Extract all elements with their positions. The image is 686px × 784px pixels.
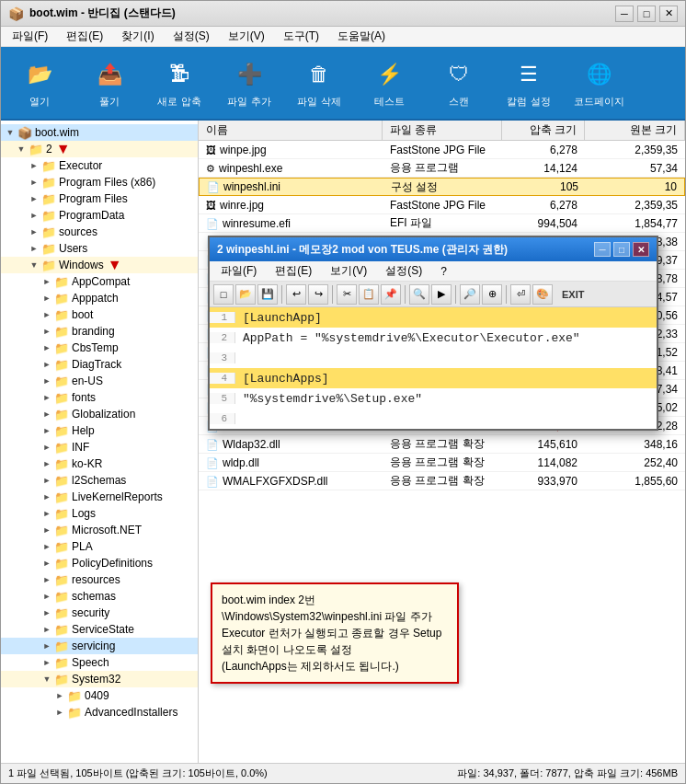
- ov-open-button[interactable]: 📂: [235, 284, 256, 305]
- sidebar-item-servicing[interactable]: ► 📁 servicing: [1, 638, 198, 654]
- sidebar-item-executor[interactable]: ► 📁 Executor: [1, 157, 198, 174]
- ov-undo-button[interactable]: ↩: [286, 284, 306, 305]
- sidebar-item-users[interactable]: ► 📁 Users: [1, 240, 198, 257]
- sidebar-label-bootwim: boot.wim: [35, 126, 79, 139]
- sidebar-item-microsoftnet[interactable]: ► 📁 Microsoft.NET: [1, 522, 198, 538]
- ov-redo-button[interactable]: ↪: [308, 284, 328, 305]
- sidebar-item-system32[interactable]: ▼ 📁 System32: [1, 671, 198, 687]
- minimize-button[interactable]: ─: [615, 6, 634, 22]
- ov-copy-button[interactable]: 📋: [359, 284, 379, 305]
- file-row-wmalfxdll[interactable]: 📄WMALFXGFXDSP.dll 응용 프로그램 확장 933,970 1,8…: [199, 472, 685, 490]
- sidebar-item-apppatch[interactable]: ► 📁 Apppatch: [1, 290, 198, 306]
- sidebar-item-cbstemp[interactable]: ► 📁 CbsTemp: [1, 340, 198, 356]
- tree-toggle[interactable]: ►: [27, 158, 41, 173]
- sidebar-item-appcompat[interactable]: ► 📁 AppCompat: [1, 273, 198, 290]
- overlay-maximize-button[interactable]: □: [613, 242, 630, 257]
- sidebar-item-2[interactable]: ▼ 📁 2 ▼: [1, 141, 198, 157]
- menu-edit[interactable]: 편집(E): [59, 27, 110, 46]
- sidebar-item-programdata[interactable]: ► 📁 ProgramData: [1, 207, 198, 224]
- maximize-button[interactable]: □: [637, 6, 656, 22]
- delete-file-button[interactable]: 🗑 파일 삭제: [288, 52, 350, 114]
- file-row-winpeshlexe[interactable]: ⚙winpeshl.exe 응용 프로그램 14,124 57,34: [199, 159, 685, 178]
- sidebar-item-logs[interactable]: ► 📁 Logs: [1, 505, 198, 522]
- sidebar-item-advancedinstallers[interactable]: ► 📁 AdvancedInstallers: [1, 704, 198, 721]
- test-button[interactable]: ⚡ 테스트: [358, 52, 420, 114]
- new-archive-button[interactable]: 🗜 새로 압축: [148, 52, 211, 114]
- sidebar-item-servicestate[interactable]: ► 📁 ServiceState: [1, 621, 198, 638]
- sidebar-item-speech[interactable]: ► 📁 Speech: [1, 654, 198, 671]
- col-header-name[interactable]: 이름: [199, 121, 383, 140]
- open-label: 열기: [29, 95, 50, 109]
- column-settings-button[interactable]: ☰ 칼럼 설정: [497, 52, 560, 114]
- overlay-menu-edit[interactable]: 편집(E): [268, 261, 319, 281]
- overlay-minimize-button[interactable]: ─: [594, 242, 611, 257]
- add-file-button[interactable]: ➕ 파일 추가: [218, 52, 280, 114]
- file-row-wldap32dll[interactable]: 📄Wldap32.dll 응용 프로그램 확장 145,610 348,16: [199, 435, 685, 454]
- sidebar-item-pla[interactable]: ► 📁 PLA: [1, 538, 198, 555]
- add-file-icon: ➕: [233, 58, 266, 91]
- ov-wrap-button[interactable]: ⏎: [510, 284, 531, 305]
- menu-tools[interactable]: 도구(T): [276, 27, 326, 46]
- sidebar-item-enus[interactable]: ► 📁 en-US: [1, 373, 198, 389]
- sidebar-item-0409[interactable]: ► 📁 0409: [1, 687, 198, 704]
- ov-paste-button[interactable]: 📌: [381, 284, 401, 305]
- sidebar-item-sources[interactable]: ► 📁 sources: [1, 224, 198, 240]
- sidebar-item-l2schemas[interactable]: ► 📁 l2Schemas: [1, 472, 198, 489]
- ov-findnext-button[interactable]: ▶: [431, 284, 452, 305]
- extract-button[interactable]: 📤 풀기: [78, 52, 141, 114]
- menu-file[interactable]: 파일(F): [5, 27, 55, 46]
- overlay-close-button[interactable]: ✕: [633, 242, 649, 257]
- sidebar-item-windows[interactable]: ▼ 📁 Windows ▼: [1, 257, 198, 273]
- close-button[interactable]: ✕: [659, 6, 678, 22]
- file-row-winresumeefi[interactable]: 📄winresume.efi EFI 파일 994,504 1,854,77: [199, 214, 685, 233]
- sidebar-item-programfiles[interactable]: ► 📁 Program Files: [1, 190, 198, 207]
- menu-help[interactable]: 도움말(A): [330, 27, 393, 46]
- overlay-content[interactable]: 1 [LaunchApp] 2 AppPath = "%systemdrive%…: [210, 307, 657, 429]
- open-button[interactable]: 📂 열기: [8, 52, 71, 114]
- sidebar-item-globalization[interactable]: ► 📁 Globalization: [1, 406, 198, 422]
- ov-scheme-button[interactable]: 🎨: [532, 284, 553, 305]
- test-icon: ⚡: [372, 58, 406, 91]
- sidebar-item-policydefinitions[interactable]: ► 📁 PolicyDefinitions: [1, 555, 198, 571]
- ov-cut-button[interactable]: ✂: [337, 284, 357, 305]
- codepage-button[interactable]: 🌐 코드페이지: [567, 52, 630, 114]
- file-row-wldpdll[interactable]: 📄wldp.dll 응용 프로그램 확장 114,082 252,40: [199, 454, 685, 472]
- sidebar-item-fonts[interactable]: ► 📁 fonts: [1, 389, 198, 406]
- column-settings-label: 칼럼 설정: [507, 95, 550, 109]
- sidebar-item-bootwim[interactable]: ▼ 📦 boot.wim: [1, 124, 198, 141]
- sidebar-item-programfilesx86[interactable]: ► 📁 Program Files (x86): [1, 174, 198, 190]
- col-header-type[interactable]: 파일 종류: [383, 121, 502, 140]
- sidebar-item-diagtrack[interactable]: ► 📁 DiagTrack: [1, 356, 198, 373]
- sidebar-item-schemas[interactable]: ► 📁 schemas: [1, 588, 198, 605]
- ov-zoom-button[interactable]: 🔎: [460, 284, 480, 305]
- file-row-winjpg[interactable]: 🖼winpe.jpg FastStone JPG File 6,278 2,35…: [199, 141, 685, 159]
- title-bar: 📦 boot.wim - 반디집 (스탠다드) ─ □ ✕: [1, 1, 685, 27]
- sidebar-item-boot[interactable]: ► 📁 boot: [1, 306, 198, 323]
- sidebar-item-livekernelreports[interactable]: ► 📁 LiveKernelReports: [1, 489, 198, 505]
- file-row-winrejpg[interactable]: 🖼winre.jpg FastStone JPG File 6,278 2,35…: [199, 196, 685, 214]
- overlay-menu-view[interactable]: 보기(V): [323, 261, 374, 281]
- file-row-winpeshlini[interactable]: 📄winpeshl.ini 구성 설정 105 10: [199, 178, 685, 196]
- sidebar-item-help[interactable]: ► 📁 Help: [1, 422, 198, 439]
- scan-button[interactable]: 🛡 스캔: [428, 52, 490, 114]
- tree-toggle[interactable]: ▼: [14, 142, 29, 156]
- overlay-menu-settings[interactable]: 설정(S): [378, 261, 429, 281]
- ov-find-button[interactable]: 🔍: [409, 284, 429, 305]
- sidebar-item-security[interactable]: ► 📁 security: [1, 605, 198, 621]
- sidebar-item-branding[interactable]: ► 📁 branding: [1, 323, 198, 340]
- tree-toggle[interactable]: ▼: [3, 125, 17, 140]
- separator2: [332, 285, 333, 304]
- col-header-orig[interactable]: 원본 크기: [585, 121, 685, 140]
- ov-new-button[interactable]: □: [213, 284, 234, 305]
- ov-zoom2-button[interactable]: ⊕: [482, 284, 502, 305]
- overlay-menu-help[interactable]: ?: [433, 263, 454, 280]
- ov-save-button[interactable]: 💾: [257, 284, 278, 305]
- menu-settings[interactable]: 설정(S): [166, 27, 217, 46]
- menu-view[interactable]: 보기(V): [221, 27, 272, 46]
- sidebar-item-kokr[interactable]: ► 📁 ko-KR: [1, 455, 198, 472]
- menu-find[interactable]: 찾기(I): [114, 27, 161, 46]
- sidebar-item-resources[interactable]: ► 📁 resources: [1, 571, 198, 588]
- col-header-comp[interactable]: 압축 크기: [502, 121, 585, 140]
- overlay-menu-file[interactable]: 파일(F): [213, 261, 264, 281]
- sidebar-item-inf[interactable]: ► 📁 INF: [1, 439, 198, 455]
